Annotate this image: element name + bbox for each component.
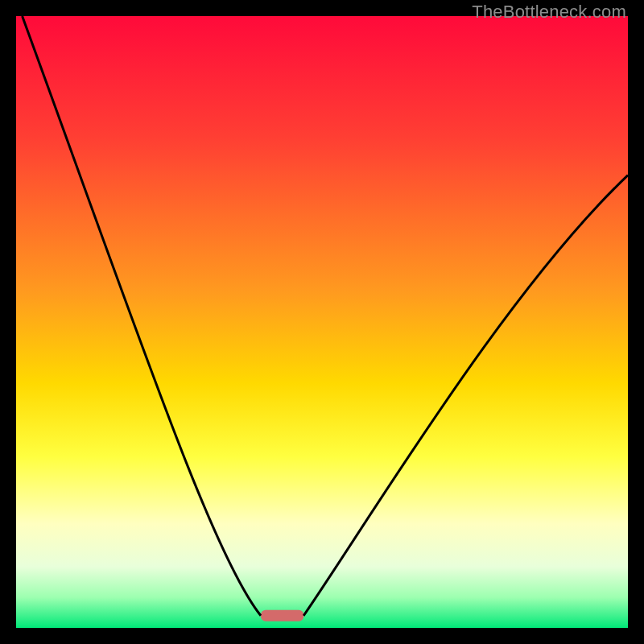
valley-marker <box>261 610 303 621</box>
plot-frame <box>16 16 628 628</box>
bottleneck-chart <box>16 16 628 628</box>
watermark: TheBottleneck.com <box>472 2 626 23</box>
gradient-background <box>16 16 628 628</box>
